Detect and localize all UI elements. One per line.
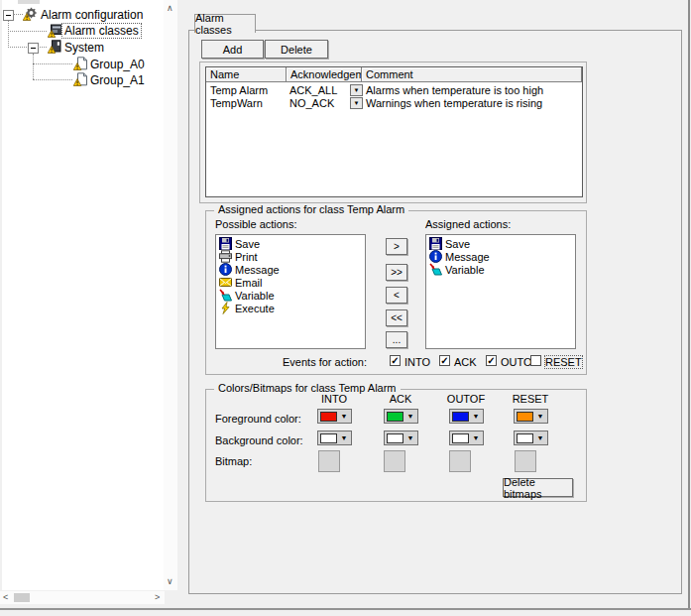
dropdown-arrow-icon: ▼ xyxy=(403,413,417,420)
cell-comment[interactable]: Warnings when temperature is rising xyxy=(366,97,542,109)
checkbox-into-label[interactable]: INTO xyxy=(404,356,430,368)
list-item[interactable]: Variable xyxy=(426,263,575,276)
tree-connector xyxy=(33,54,34,79)
checkbox-into[interactable]: ✓ xyxy=(390,355,401,366)
color-swatch xyxy=(387,412,403,422)
tree-item-alarm-classes[interactable]: Alarm classes xyxy=(61,23,142,39)
dropdown-arrow-icon: ▼ xyxy=(337,413,351,420)
bitmap-label: Bitmap: xyxy=(215,455,252,467)
bitmap-ack-button[interactable] xyxy=(384,450,405,472)
expander-system[interactable] xyxy=(28,43,39,54)
cell-acknowledgement[interactable]: ACK_ALL xyxy=(289,84,337,96)
checkbox-reset[interactable] xyxy=(530,355,541,366)
variable-icon xyxy=(429,263,442,276)
column-header-acknowledgement[interactable]: Acknowledgement xyxy=(287,67,362,82)
move-all-right-button[interactable]: >> xyxy=(386,264,407,281)
bitmap-into-button[interactable] xyxy=(318,450,340,472)
background-color-outof-dropdown[interactable]: ▼ xyxy=(449,431,484,445)
dropdown-arrow-icon: ▼ xyxy=(354,100,360,106)
checkbox-ack[interactable]: ✓ xyxy=(439,355,450,366)
alarm-tree-panel xyxy=(2,0,164,590)
dropdown-arrow-icon: ▼ xyxy=(337,434,351,441)
list-item[interactable]: Print xyxy=(216,250,365,263)
assigned-actions-label: Assigned actions: xyxy=(425,218,511,230)
delete-bitmaps-button[interactable]: Delete bitmaps xyxy=(503,478,573,497)
cell-acknowledgement[interactable]: NO_ACK xyxy=(289,97,334,109)
more-options-button[interactable]: ... xyxy=(386,331,407,348)
scroll-left-icon[interactable]: < xyxy=(3,593,8,602)
add-button[interactable]: Add xyxy=(201,40,264,59)
column-header-name[interactable]: Name xyxy=(206,67,287,82)
tab-label: Alarm classes xyxy=(195,12,255,36)
move-left-button[interactable]: < xyxy=(386,287,407,304)
background-color-ack-dropdown[interactable]: ▼ xyxy=(384,431,418,445)
dropdown-arrow-icon: ▼ xyxy=(533,413,547,420)
color-swatch xyxy=(517,433,533,443)
move-all-left-button[interactable]: << xyxy=(386,309,407,326)
acknowledgement-dropdown-button[interactable]: ▼ xyxy=(350,84,363,96)
execute-icon xyxy=(219,302,232,314)
column-header-into: INTO xyxy=(314,393,354,405)
background-color-into-dropdown[interactable]: ▼ xyxy=(317,431,352,445)
save-icon xyxy=(219,237,232,250)
column-header-outof: OUTOF xyxy=(446,393,486,405)
cell-name[interactable]: TempWarn xyxy=(210,97,263,109)
foreground-color-outof-dropdown[interactable]: ▼ xyxy=(449,409,484,424)
list-item[interactable]: Save xyxy=(426,237,575,250)
group-warning-icon xyxy=(73,57,88,70)
scroll-down-icon[interactable]: ∨ xyxy=(167,577,173,586)
tab-alarm-classes[interactable]: Alarm classes xyxy=(194,14,256,33)
tree-item-group-a0[interactable]: Group_A0 xyxy=(90,58,145,71)
window-right-edge xyxy=(688,0,690,608)
cell-comment[interactable]: Alarms when temperature is too high xyxy=(366,84,543,96)
acknowledgement-dropdown-button[interactable]: ▼ xyxy=(350,97,363,109)
foreground-color-ack-dropdown[interactable]: ▼ xyxy=(384,409,418,424)
bitmap-reset-button[interactable] xyxy=(515,450,536,472)
bitmap-outof-button[interactable] xyxy=(449,450,471,472)
color-swatch xyxy=(320,433,337,443)
tree-top-stub xyxy=(18,0,40,4)
scrollbar-thumb[interactable] xyxy=(14,593,30,602)
window-bottom-divider xyxy=(0,608,691,610)
dropdown-arrow-icon: ▼ xyxy=(469,434,483,441)
foreground-color-reset-dropdown[interactable]: ▼ xyxy=(514,409,548,424)
color-swatch xyxy=(452,433,469,443)
column-header-ack: ACK xyxy=(381,393,420,405)
foreground-color-into-dropdown[interactable]: ▼ xyxy=(317,409,352,424)
tree-item-group-a1[interactable]: Group_A1 xyxy=(90,73,145,87)
list-item[interactable]: Execute xyxy=(216,302,365,314)
scroll-up-icon[interactable]: ∧ xyxy=(167,4,173,13)
group-warning-icon xyxy=(73,72,88,86)
group-title: Assigned actions for class Temp Alarm xyxy=(214,203,408,215)
list-item[interactable]: Email xyxy=(216,276,365,289)
scroll-right-icon[interactable]: > xyxy=(155,593,160,602)
column-header-comment[interactable]: Comment xyxy=(362,67,582,82)
system-warning-icon xyxy=(48,40,62,54)
list-item[interactable]: Save xyxy=(216,237,365,250)
checkbox-outof[interactable]: ✓ xyxy=(486,355,497,366)
tree-connector xyxy=(8,47,27,48)
tree-connector xyxy=(8,21,9,48)
tree-vertical-scrollbar[interactable]: ∧ ∨ xyxy=(164,0,177,590)
checkbox-ack-label[interactable]: ACK xyxy=(454,356,477,368)
events-for-action-label: Events for action: xyxy=(283,356,367,368)
list-item[interactable]: Message xyxy=(426,250,575,263)
expander-alarm-configuration[interactable] xyxy=(3,10,14,21)
move-right-button[interactable]: > xyxy=(386,238,407,255)
possible-actions-label: Possible actions: xyxy=(215,218,297,230)
dropdown-arrow-icon: ▼ xyxy=(533,434,547,441)
assigned-actions-listbox[interactable]: Save Message Variable xyxy=(425,234,576,349)
table-header-row: Name Acknowledgement Comment xyxy=(206,67,582,82)
cell-name[interactable]: Temp Alarm xyxy=(210,84,268,96)
color-swatch xyxy=(452,412,469,422)
checkbox-reset-label[interactable]: RESET xyxy=(545,356,582,368)
list-item[interactable]: Variable xyxy=(216,289,365,302)
alarm-classes-table[interactable]: Name Acknowledgement Comment Temp Alarm … xyxy=(205,66,583,197)
possible-actions-listbox[interactable]: Save Print Message Email Variable Execut… xyxy=(215,234,366,349)
color-swatch xyxy=(387,433,403,443)
tree-item-alarm-configuration[interactable]: Alarm configuration xyxy=(41,8,143,22)
list-item[interactable]: Message xyxy=(216,263,365,276)
tree-item-system[interactable]: System xyxy=(64,41,104,55)
delete-button[interactable]: Delete xyxy=(265,40,328,59)
background-color-reset-dropdown[interactable]: ▼ xyxy=(514,431,548,445)
